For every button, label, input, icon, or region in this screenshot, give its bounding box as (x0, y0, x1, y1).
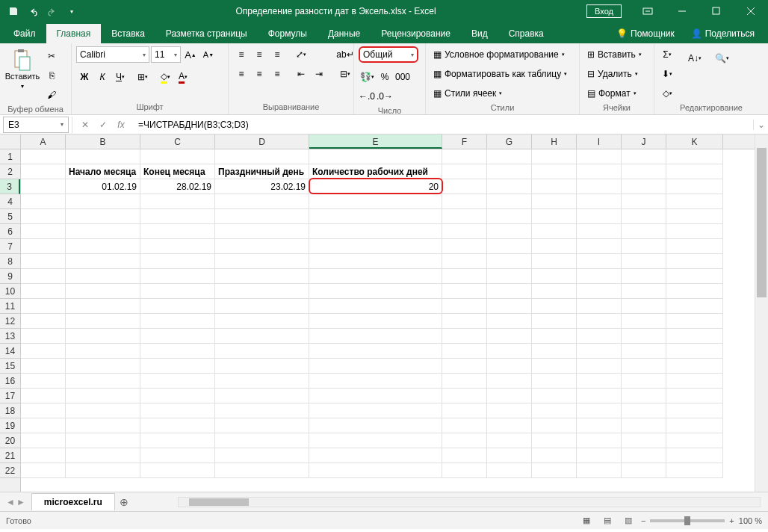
cell[interactable] (666, 209, 723, 224)
cell[interactable] (666, 463, 723, 478)
insert-cells-button[interactable]: ⊞Вставить▾ (584, 46, 645, 63)
cell[interactable]: Начало месяца (66, 164, 140, 179)
cell[interactable] (532, 314, 577, 329)
row-header-2[interactable]: 2 (0, 164, 20, 179)
cell[interactable] (309, 359, 442, 374)
align-center-icon[interactable]: ≡ (251, 66, 267, 82)
row-header-20[interactable]: 20 (0, 433, 20, 448)
cell[interactable] (309, 448, 442, 463)
cell[interactable] (66, 389, 140, 403)
cell[interactable] (215, 149, 309, 164)
cell[interactable] (66, 194, 140, 209)
underline-button[interactable]: Ч▾ (112, 69, 128, 85)
cell[interactable] (442, 269, 487, 284)
cell[interactable] (666, 239, 723, 254)
cell[interactable]: Конец месяца (140, 164, 215, 179)
cell[interactable] (532, 463, 577, 478)
indent-decrease-icon[interactable]: ⇤ (293, 66, 309, 82)
cell[interactable] (622, 194, 666, 209)
cell[interactable] (622, 209, 666, 224)
cell[interactable] (666, 344, 723, 359)
cell[interactable] (215, 418, 309, 433)
cell[interactable] (215, 284, 309, 299)
cell[interactable] (66, 299, 140, 314)
cell[interactable] (140, 254, 215, 269)
cell[interactable] (21, 149, 66, 164)
cell[interactable] (577, 239, 622, 254)
cell[interactable] (140, 224, 215, 239)
cell[interactable] (140, 418, 215, 433)
cell[interactable] (532, 403, 577, 418)
cell[interactable] (532, 389, 577, 403)
tab-review[interactable]: Рецензирование (371, 24, 461, 43)
row-header-3[interactable]: 3 (0, 179, 20, 194)
cell[interactable] (309, 389, 442, 403)
cell[interactable] (487, 418, 532, 433)
cell[interactable] (487, 224, 532, 239)
cell[interactable] (532, 179, 577, 194)
sort-filter-icon[interactable]: A↓▾ (684, 46, 705, 70)
zoom-slider[interactable] (650, 519, 725, 522)
cell[interactable] (442, 403, 487, 418)
login-button[interactable]: Вход (586, 4, 622, 18)
qat-customize-icon[interactable]: ▾ (63, 2, 81, 20)
cell[interactable] (66, 209, 140, 224)
cell[interactable] (66, 344, 140, 359)
cell[interactable] (140, 209, 215, 224)
cell[interactable] (66, 254, 140, 269)
cell[interactable] (532, 209, 577, 224)
cell[interactable] (21, 448, 66, 463)
cell[interactable] (666, 224, 723, 239)
tab-data[interactable]: Данные (318, 24, 371, 43)
cell[interactable] (532, 164, 577, 179)
cell[interactable] (140, 149, 215, 164)
share-button[interactable]: 👤Поделиться (685, 24, 761, 43)
cell[interactable] (140, 314, 215, 329)
cell[interactable] (532, 418, 577, 433)
cell[interactable] (487, 209, 532, 224)
cell[interactable] (21, 389, 66, 403)
cell[interactable] (309, 269, 442, 284)
zoom-in-icon[interactable]: + (729, 516, 734, 525)
cell[interactable] (622, 329, 666, 344)
cell[interactable] (442, 179, 487, 194)
cell[interactable] (532, 329, 577, 344)
cell[interactable] (577, 418, 622, 433)
cell[interactable] (442, 314, 487, 329)
cell[interactable] (577, 344, 622, 359)
cell[interactable] (309, 463, 442, 478)
cell[interactable] (487, 194, 532, 209)
cell[interactable] (309, 284, 442, 299)
cell[interactable] (666, 194, 723, 209)
cell[interactable] (140, 374, 215, 389)
cell[interactable] (487, 329, 532, 344)
cell[interactable] (577, 224, 622, 239)
tab-help[interactable]: Справка (498, 24, 554, 43)
cell[interactable] (442, 418, 487, 433)
cells-area[interactable]: Начало месяцаКонец месяцаПраздничный ден… (21, 149, 755, 492)
col-header-G[interactable]: G (487, 134, 532, 149)
cell[interactable] (442, 463, 487, 478)
column-headers[interactable]: ABCDEFGHIJK (21, 134, 755, 149)
increase-decimal-icon[interactable]: ←.0 (359, 88, 375, 105)
row-header-14[interactable]: 14 (0, 344, 20, 359)
col-header-A[interactable]: A (21, 134, 66, 149)
cell[interactable] (140, 359, 215, 374)
row-header-16[interactable]: 16 (0, 374, 20, 389)
cell[interactable] (21, 359, 66, 374)
cell[interactable] (21, 284, 66, 299)
cell[interactable] (622, 164, 666, 179)
cell[interactable] (309, 149, 442, 164)
italic-button[interactable]: К (94, 69, 111, 85)
align-middle-icon[interactable]: ≡ (251, 46, 267, 63)
save-icon[interactable] (4, 2, 22, 20)
cell[interactable] (215, 463, 309, 478)
cell[interactable] (666, 329, 723, 344)
cell[interactable] (577, 254, 622, 269)
decrease-decimal-icon[interactable]: .0→ (377, 88, 393, 105)
cell[interactable] (487, 344, 532, 359)
cell[interactable] (532, 448, 577, 463)
font-size-combo[interactable]: 11▾ (151, 46, 181, 63)
cell[interactable] (666, 389, 723, 403)
cell[interactable] (622, 314, 666, 329)
